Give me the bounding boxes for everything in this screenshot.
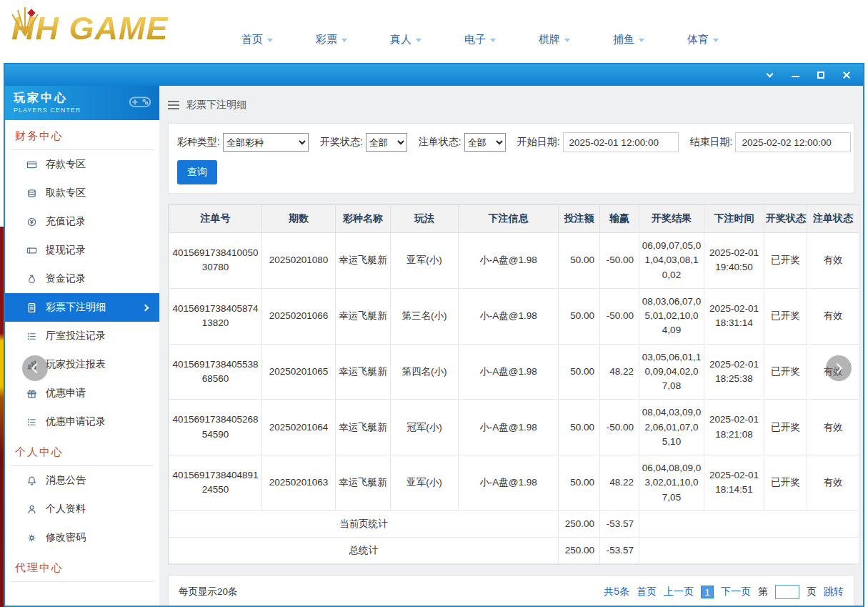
jump-prefix-text: 第 [758, 586, 768, 598]
section-title-finance-center: 财务中心 [11, 120, 154, 150]
cell-bet-info: 小-A盘@1.98 [459, 400, 559, 455]
menu-hamburger-icon[interactable] [168, 101, 179, 109]
nav-item-live[interactable]: 真人 [390, 33, 421, 46]
next-arrow-button[interactable] [826, 355, 852, 381]
search-button[interactable]: 查询 [177, 160, 217, 184]
lottery-type-select[interactable]: 全部彩种 [223, 133, 309, 152]
cell-draw-status: 已开奖 [764, 455, 807, 511]
cell-result: 08,03,06,07,05,01,02,10,04,09 [639, 288, 704, 344]
close-button[interactable] [842, 70, 852, 80]
cell-period: 20250201066 [262, 288, 336, 344]
sidebar-item-recharge-records[interactable]: 充值记录 [5, 207, 159, 236]
sidebar-item-label: 优惠申请记录 [46, 415, 106, 428]
current-page[interactable]: 1 [701, 586, 714, 598]
section-title-personal-center: 个人中心 [11, 436, 154, 466]
start-date-input[interactable] [563, 132, 679, 152]
minimize-button[interactable] [790, 70, 800, 80]
nav-label: 真人 [390, 33, 411, 46]
nav-item-home[interactable]: 首页 [241, 33, 273, 46]
nav-item-fishing[interactable]: 捕鱼 [613, 33, 644, 46]
end-date-input[interactable] [735, 132, 851, 152]
cell-bet-status: 有效 [807, 288, 859, 344]
sidebar-item-deposit[interactable]: 存款专区 [5, 150, 159, 179]
cell-winloss: 48.22 [600, 455, 639, 511]
next-page-link[interactable]: 下一页 [721, 586, 751, 598]
logo-sunburst-icon [9, 4, 41, 37]
draw-status-select[interactable]: 全部 [366, 133, 407, 152]
bet-status-select[interactable]: 全部 [464, 133, 506, 152]
nav-item-sports[interactable]: 体育 [687, 33, 719, 46]
jump-button[interactable]: 跳转 [824, 586, 844, 598]
sidebar-item-label: 彩票下注明细 [46, 301, 106, 314]
list-icon [26, 331, 37, 342]
bell-icon [26, 475, 37, 486]
cell-lottery-name: 幸运飞艇新 [336, 455, 391, 511]
cell-bet-id: 401569173840587413820 [169, 288, 262, 344]
table-header-row: 注单号 期数 彩种名称 玩法 下注信息 投注额 输赢 开奖结果 下注时间 开奖状… [169, 205, 859, 233]
total-count-text: 共5条 [604, 586, 629, 598]
filter-panel: 彩种类型: 全部彩种 开奖状态: 全部 注单状态: 全部 开始日期: [168, 123, 854, 194]
nav-item-electronic[interactable]: 电子 [464, 33, 496, 46]
sidebar-item-profile[interactable]: 个人资料 [5, 495, 159, 523]
cell-lottery-name: 幸运飞艇新 [336, 400, 391, 455]
chevron-right-icon [142, 304, 149, 311]
page-summary-label: 当前页统计 [169, 510, 559, 537]
section-title-agent-center: 代理中心 [11, 552, 154, 582]
end-date-label: 结束日期: [690, 136, 733, 149]
cell-bet-status: 有效 [807, 233, 859, 289]
gear-icon [26, 533, 37, 543]
cell-winloss: -50.00 [600, 400, 639, 455]
page-summary-amount: 250.00 [559, 510, 600, 537]
cell-bet-info: 小-A盘@1.98 [459, 455, 559, 511]
cell-lottery-name: 幸运飞艇新 [336, 344, 391, 400]
cell-draw-status: 已开奖 [764, 288, 807, 344]
cell-play: 亚军(小) [391, 233, 459, 289]
collapse-button[interactable] [764, 70, 774, 80]
sidebar-item-fund-records[interactable]: 资金记录 [5, 265, 159, 293]
top-header: HH GAME 首页 彩票 真人 电子 棋牌 捕鱼 体育 [0, 0, 868, 63]
sidebar-item-label: 优惠申请 [46, 387, 86, 400]
page-jump-input[interactable] [775, 585, 799, 599]
sidebar-item-label: 修改密码 [46, 531, 86, 544]
document-icon [26, 302, 37, 313]
cell-bet-info: 小-A盘@1.98 [459, 233, 559, 289]
page-summary-row: 当前页统计 250.00 -53.57 [169, 510, 859, 537]
cell-bet-info: 小-A盘@1.98 [459, 288, 559, 344]
sidebar-item-hall-bet-records[interactable]: 厅室投注记录 [5, 322, 159, 350]
sidebar-item-messages[interactable]: 消息公告 [5, 466, 159, 495]
col-winloss: 输赢 [600, 205, 639, 233]
cell-bet-id: 401569173841005030780 [169, 233, 262, 289]
nav-item-board-games[interactable]: 棋牌 [539, 33, 570, 46]
cell-period: 20250201080 [262, 233, 336, 289]
cell-play: 亚军(小) [391, 455, 459, 511]
sidebar-item-promo-apply[interactable]: 优惠申请 [5, 379, 159, 408]
cell-bet-time: 2025-02-01 18:14:51 [704, 455, 764, 511]
recharge-icon [26, 217, 37, 227]
sidebar-item-promo-apply-records[interactable]: 优惠申请记录 [5, 408, 159, 436]
cell-amount: 50.00 [559, 233, 600, 289]
sidebar-item-change-password[interactable]: 修改密码 [5, 523, 159, 552]
cell-result: 08,04,03,09,02,06,01,07,05,10 [639, 400, 704, 455]
prev-arrow-button[interactable] [22, 355, 48, 381]
nav-item-lottery[interactable]: 彩票 [316, 33, 347, 46]
cell-lottery-name: 幸运飞艇新 [336, 233, 391, 289]
maximize-button[interactable] [816, 70, 826, 80]
prev-page-link[interactable]: 上一页 [664, 586, 694, 598]
sidebar-item-withdrawal-records[interactable]: 提现记录 [5, 236, 159, 265]
sidebar-item-lottery-bet-details[interactable]: 彩票下注明细 [5, 293, 159, 322]
minimize-icon [792, 76, 799, 77]
pager: 共5条 首页 上一页 1 下一页 第 页 跳转 [604, 585, 844, 599]
sidebar-item-label: 个人资料 [46, 503, 86, 515]
first-page-link[interactable]: 首页 [637, 586, 657, 598]
sidebar-item-withdrawal[interactable]: 取款专区 [5, 179, 159, 207]
col-period: 期数 [262, 205, 336, 233]
close-icon [842, 71, 851, 79]
nav-label: 捕鱼 [613, 33, 634, 46]
brand-logo[interactable]: HH GAME [11, 6, 169, 51]
cell-period: 20250201064 [262, 400, 336, 455]
gift-icon [26, 388, 37, 399]
sidebar-item-label: 厅室投注记录 [46, 330, 106, 342]
page-title: 彩票下注明细 [186, 99, 246, 112]
col-bet-id: 注单号 [169, 205, 262, 233]
pagination-bar: 每页显示20条 共5条 首页 上一页 1 下一页 第 页 跳转 [168, 575, 854, 606]
